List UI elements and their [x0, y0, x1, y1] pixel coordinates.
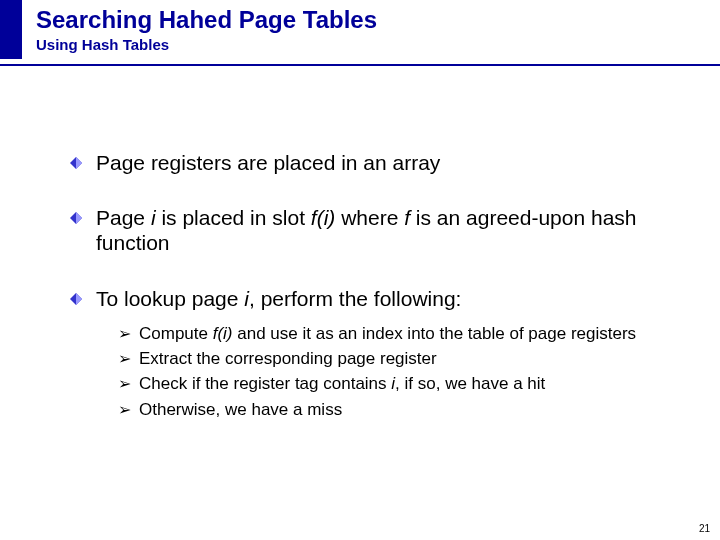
- text-fragment: , perform the following:: [249, 287, 461, 310]
- text-fragment: and use it as an index into the table of…: [233, 324, 637, 343]
- bullet-item: To lookup page i, perform the following:: [70, 286, 670, 311]
- bullet-item: Page registers are placed in an array: [70, 150, 670, 175]
- sub-item: ➢ Compute f(i) and use it as an index in…: [118, 323, 670, 344]
- bullet-text: Page registers are placed in an array: [96, 150, 440, 175]
- diamond-bullet-icon: [70, 212, 82, 224]
- sub-item: ➢ Check if the register tag contains i, …: [118, 373, 670, 394]
- italic-fragment: f(i): [311, 206, 336, 229]
- diamond-bullet-icon: [70, 293, 82, 305]
- svg-marker-1: [76, 157, 82, 169]
- sub-text: Extract the corresponding page register: [139, 348, 437, 369]
- bullet-item: Page i is placed in slot f(i) where f is…: [70, 205, 670, 255]
- slide-header: Searching Hahed Page Tables Using Hash T…: [0, 0, 720, 59]
- italic-fragment: f(i): [213, 324, 233, 343]
- title-box: Searching Hahed Page Tables Using Hash T…: [0, 0, 720, 59]
- bullet-text: Page i is placed in slot f(i) where f is…: [96, 205, 670, 255]
- sub-text: Otherwise, we have a miss: [139, 399, 342, 420]
- svg-marker-3: [76, 212, 82, 224]
- diamond-bullet-icon: [70, 157, 82, 169]
- chevron-bullet-icon: ➢: [118, 400, 131, 419]
- sub-item: ➢ Otherwise, we have a miss: [118, 399, 670, 420]
- text-fragment: is placed in slot: [156, 206, 311, 229]
- slide-body: Page registers are placed in an array Pa…: [70, 150, 670, 424]
- page-number: 21: [699, 523, 710, 534]
- slide-title: Searching Hahed Page Tables: [36, 6, 720, 34]
- bullet-text: To lookup page i, perform the following:: [96, 286, 461, 311]
- chevron-bullet-icon: ➢: [118, 349, 131, 368]
- slide-subtitle: Using Hash Tables: [36, 36, 720, 53]
- sub-list: ➢ Compute f(i) and use it as an index in…: [118, 323, 670, 420]
- header-rule: [0, 64, 720, 66]
- chevron-bullet-icon: ➢: [118, 374, 131, 393]
- text-fragment: Page: [96, 206, 151, 229]
- text-fragment: To lookup page: [96, 287, 244, 310]
- sub-item: ➢ Extract the corresponding page registe…: [118, 348, 670, 369]
- svg-marker-5: [76, 293, 82, 305]
- sub-text: Check if the register tag contains i, if…: [139, 373, 545, 394]
- sub-text: Compute f(i) and use it as an index into…: [139, 323, 636, 344]
- text-fragment: , if so, we have a hit: [395, 374, 545, 393]
- text-fragment: where: [335, 206, 404, 229]
- text-fragment: Check if the register tag contains: [139, 374, 391, 393]
- chevron-bullet-icon: ➢: [118, 324, 131, 343]
- text-fragment: Compute: [139, 324, 213, 343]
